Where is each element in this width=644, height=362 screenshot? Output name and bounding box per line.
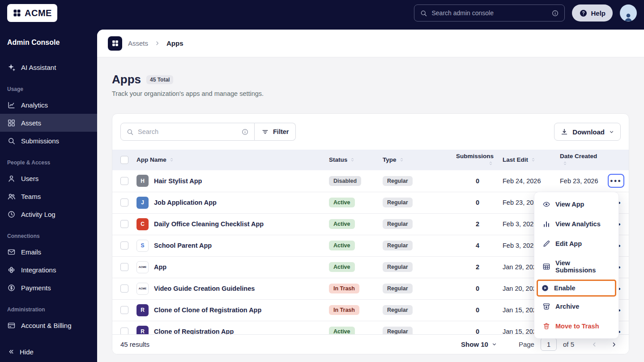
app-name-link[interactable]: Daily Office Cleaning Checklist App xyxy=(154,220,264,228)
menu-item-view-app[interactable]: View App xyxy=(537,194,616,214)
bars-icon xyxy=(542,220,550,228)
next-page-button[interactable] xyxy=(607,338,621,351)
app-thumbnail: ACME xyxy=(136,283,149,295)
sidebar-item-emails[interactable]: Emails xyxy=(0,243,97,261)
column-label: Status xyxy=(329,156,347,163)
row-checkbox[interactable] xyxy=(120,328,128,334)
sidebar-item-submissions[interactable]: Submissions xyxy=(0,132,97,150)
prev-page-button[interactable] xyxy=(588,338,601,351)
menu-item-view-submissions[interactable]: View Submissions xyxy=(537,254,616,280)
submissions-count: 2 xyxy=(446,213,499,235)
app-name-link[interactable]: Clone of Registration App xyxy=(154,328,234,334)
tablegrid-icon xyxy=(542,263,550,271)
table-row: HHair Stylist AppDisabledRegular0Feb 24,… xyxy=(112,170,629,192)
sidebar-title: Admin Console xyxy=(0,26,97,47)
breadcrumb: Assets Apps xyxy=(97,30,644,57)
row-checkbox[interactable] xyxy=(120,177,128,185)
chevrons-left-icon xyxy=(7,348,15,356)
admin-search-input[interactable] xyxy=(431,9,547,17)
sidebar-item-label: Users xyxy=(21,175,38,182)
total-badge: 45 Total xyxy=(146,75,173,84)
row-checkbox[interactable] xyxy=(120,306,128,314)
page-number-input[interactable] xyxy=(541,338,557,351)
column-header-date-created[interactable]: Date Created xyxy=(556,150,603,170)
app-name-link[interactable]: Clone of Clone of Registration App xyxy=(154,306,261,314)
row-checkbox[interactable] xyxy=(120,241,128,250)
menu-item-move-to-trash[interactable]: Move to Trash xyxy=(537,316,616,336)
column-header-last-edit[interactable]: Last Edit xyxy=(499,150,556,170)
download-button[interactable]: Download xyxy=(554,123,621,141)
sidebar-item-ai-assistant[interactable]: AI Assistant xyxy=(0,58,97,76)
user-icon xyxy=(7,174,16,183)
submissions-count: 0 xyxy=(446,299,499,321)
app-thumbnail: C xyxy=(136,218,149,230)
analytics-icon xyxy=(7,101,16,109)
info-icon xyxy=(551,9,559,17)
sidebar-sections: UsageAnalyticsAssetsSubmissionsPeople & … xyxy=(0,76,97,334)
sort-icon xyxy=(488,160,494,166)
app-name-link[interactable]: App xyxy=(154,263,166,271)
row-actions-menu: View AppView AnalyticsEdit AppView Submi… xyxy=(534,192,619,339)
clover-icon xyxy=(7,266,16,274)
logo-text: ACME xyxy=(25,8,52,18)
menu-item-view-analytics[interactable]: View Analytics xyxy=(537,214,616,234)
admin-search[interactable] xyxy=(414,4,565,22)
select-all-checkbox[interactable] xyxy=(120,156,128,164)
show-per-page-select[interactable]: Show 10 xyxy=(461,340,497,348)
row-checkbox[interactable] xyxy=(120,198,128,207)
app-name-link[interactable]: School Parent App xyxy=(154,242,212,249)
column-header-status[interactable]: Status xyxy=(325,150,379,170)
of-label: of 5 xyxy=(563,340,574,348)
status-badge: In Trash xyxy=(329,284,359,293)
menu-item-label: Archive xyxy=(555,303,579,310)
column-header-type[interactable]: Type xyxy=(379,150,446,170)
sidebar-item-assets[interactable]: Assets xyxy=(0,114,97,132)
sidebar-item-activity-log[interactable]: Activity Log xyxy=(0,205,97,223)
download-icon xyxy=(560,128,568,136)
row-actions-button[interactable]: ●●● xyxy=(608,174,624,188)
filter-button[interactable]: Filter xyxy=(255,123,296,141)
sidebar-section-label-usage: Usage xyxy=(0,76,97,96)
sidebar-item-integrations[interactable]: Integrations xyxy=(0,261,97,279)
status-badge: In Trash xyxy=(329,305,359,315)
table-search-input[interactable] xyxy=(138,128,237,135)
status-badge: Active xyxy=(329,219,355,229)
chevron-down-icon xyxy=(609,129,614,135)
avatar[interactable] xyxy=(620,4,637,22)
app-name-link[interactable]: Video Guide Creation Guidelines xyxy=(154,285,255,292)
hide-label: Hide xyxy=(20,348,34,356)
sidebar-section-label-people-access: People & Access xyxy=(0,150,97,169)
menu-item-enable[interactable]: Enable xyxy=(537,280,616,297)
sidebar-hide-button[interactable]: Hide xyxy=(0,348,41,356)
menu-item-label: Edit App xyxy=(555,240,582,247)
clock-icon xyxy=(7,210,16,219)
breadcrumb-assets-link[interactable]: Assets xyxy=(128,39,148,47)
app-name-link[interactable]: Hair Stylist App xyxy=(154,177,202,185)
results-count: 45 results xyxy=(120,340,149,348)
menu-item-archive[interactable]: Archive xyxy=(537,297,616,316)
sidebar-item-label: Integrations xyxy=(21,266,56,274)
table-toolbar: Filter Download xyxy=(112,114,629,150)
menu-item-label: Move to Trash xyxy=(555,323,599,330)
help-button[interactable]: Help xyxy=(572,4,613,22)
status-badge: Active xyxy=(329,262,355,272)
app-name-link[interactable]: Job Application App xyxy=(154,199,217,206)
sidebar-item-account-billing[interactable]: Account & Billing xyxy=(0,316,97,334)
column-label: App Name xyxy=(136,156,166,163)
sidebar-item-users[interactable]: Users xyxy=(0,169,97,187)
table-search[interactable] xyxy=(120,123,255,141)
sidebar-item-payments[interactable]: Payments xyxy=(0,279,97,297)
sort-icon xyxy=(562,160,568,166)
row-checkbox[interactable] xyxy=(120,263,128,271)
row-checkbox[interactable] xyxy=(120,220,128,228)
row-checkbox[interactable] xyxy=(120,284,128,293)
app-thumbnail: H xyxy=(136,175,149,187)
column-header-app-name[interactable]: App Name xyxy=(133,150,325,170)
page-subtitle: Track your organization's apps and manag… xyxy=(112,90,629,97)
sidebar-item-teams[interactable]: Teams xyxy=(0,187,97,205)
column-header-submissions[interactable]: Submissions xyxy=(446,150,499,170)
assets-icon xyxy=(108,36,122,51)
menu-item-edit-app[interactable]: Edit App xyxy=(537,234,616,254)
submissions-count: 0 xyxy=(446,170,499,192)
sidebar-item-analytics[interactable]: Analytics xyxy=(0,96,97,114)
